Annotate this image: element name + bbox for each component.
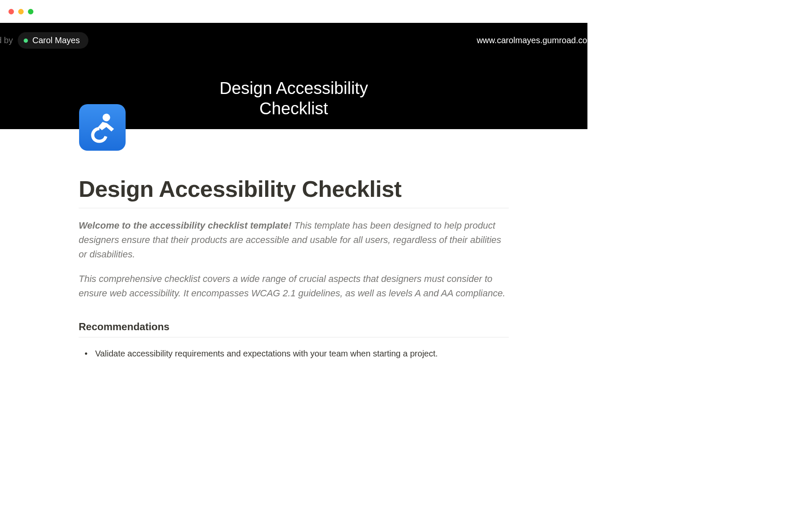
created-by-section: ted by Carol Mayes — [0, 32, 88, 49]
list-item-text: Validate accessibility requirements and … — [95, 347, 438, 360]
banner-title-line2: Checklist — [219, 98, 368, 119]
list-item: Verify color contrast with your preferre… — [85, 364, 509, 367]
maximize-window-icon[interactable] — [28, 9, 33, 14]
author-name: Carol Mayes — [32, 36, 80, 45]
status-dot-icon — [24, 39, 28, 43]
banner-top-row: ted by Carol Mayes www.carolmayes.gumroa… — [0, 23, 587, 49]
list-item: Validate accessibility requirements and … — [85, 347, 509, 360]
window-controls — [0, 0, 587, 23]
recommendations-heading: Recommendations — [79, 321, 509, 333]
website-url[interactable]: www.carolmayes.gumroad.com — [477, 36, 587, 45]
wheelchair-icon — [87, 112, 118, 144]
intro-paragraph-1: Welcome to the accessibility checklist t… — [79, 218, 509, 262]
divider — [79, 337, 509, 337]
divider — [79, 208, 509, 208]
banner-title: Design Accessibility Checklist — [219, 78, 368, 119]
author-pill[interactable]: Carol Mayes — [18, 32, 88, 49]
close-window-icon[interactable] — [8, 9, 14, 14]
recommendations-list: Validate accessibility requirements and … — [79, 347, 509, 367]
page-content: Design Accessibility Checklist Welcome t… — [0, 129, 587, 367]
intro-bold: Welcome to the accessibility checklist t… — [79, 220, 291, 231]
intro-paragraph-2: This comprehensive checklist covers a wi… — [79, 272, 509, 301]
list-item-text: Verify color contrast with your preferre… — [95, 364, 338, 367]
created-by-label: ted by — [0, 36, 13, 45]
page-title: Design Accessibility Checklist — [79, 176, 509, 202]
svg-point-0 — [102, 113, 110, 121]
minimize-window-icon[interactable] — [18, 9, 24, 14]
banner-title-line1: Design Accessibility — [219, 79, 368, 97]
page-icon[interactable] — [79, 104, 126, 151]
